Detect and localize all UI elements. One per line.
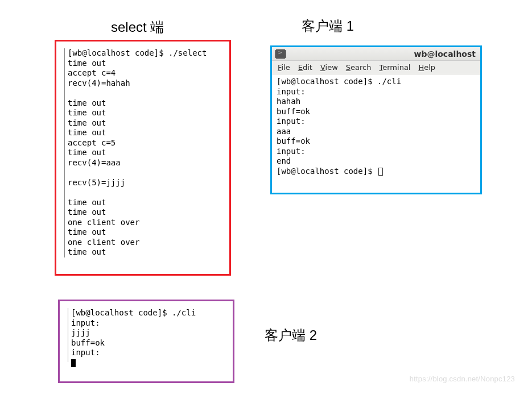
- menu-edit[interactable]: Edit: [298, 63, 312, 72]
- heading-client2: 客户端 2: [265, 326, 317, 344]
- heading-client1: 客户端 1: [302, 17, 354, 35]
- menu-file[interactable]: File: [278, 63, 290, 72]
- select-terminal-panel: [wb@localhost code]$ ./select time out a…: [55, 40, 231, 276]
- client1-terminal-output: [wb@localhost code]$ ./cli input: hahah …: [277, 77, 476, 176]
- cursor-icon: [378, 168, 383, 176]
- menu-terminal[interactable]: Terminal: [380, 63, 411, 72]
- terminal-icon: [275, 49, 286, 59]
- select-terminal-body: [wb@localhost code]$ ./select time out a…: [56, 41, 229, 264]
- client2-terminal-panel: [wb@localhost code]$ ./cli input: jjjj b…: [58, 300, 234, 383]
- menu-search[interactable]: Search: [346, 63, 372, 72]
- client2-terminal-body: [wb@localhost code]$ ./cli input: jjjj b…: [60, 301, 233, 375]
- menu-view[interactable]: View: [320, 63, 338, 72]
- scroll-rule: [68, 308, 68, 362]
- client1-terminal-panel: wb@localhost File Edit View Search Termi…: [270, 45, 482, 194]
- scroll-rule: [64, 48, 65, 257]
- client2-terminal-output: [wb@localhost code]$ ./cli input: jjjj b…: [71, 308, 225, 368]
- cursor-icon: [71, 359, 76, 367]
- watermark: https://blog.csdn.net/Nonpc123: [410, 375, 515, 383]
- client2-output-text: [wb@localhost code]$ ./cli input: jjjj b…: [71, 308, 196, 357]
- heading-select: select 端: [111, 18, 164, 36]
- terminal-menubar: File Edit View Search Terminal Help: [272, 61, 480, 74]
- terminal-titlebar: wb@localhost: [272, 47, 480, 61]
- client1-output-text: [wb@localhost code]$ ./cli input: hahah …: [277, 77, 401, 176]
- select-terminal-output: [wb@localhost code]$ ./select time out a…: [68, 48, 221, 257]
- menu-help[interactable]: Help: [418, 63, 435, 72]
- terminal-title: wb@localhost: [414, 49, 476, 59]
- client1-terminal-body: [wb@localhost code]$ ./cli input: hahah …: [272, 74, 480, 181]
